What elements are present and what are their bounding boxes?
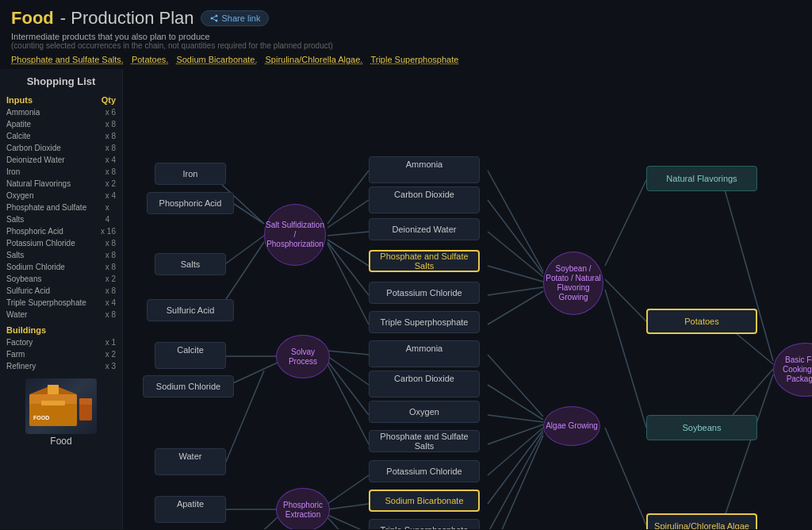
sodium-bicarbonate-node[interactable]: Sodium Bicarbonate [369,490,480,512]
shopping-input-row: Soybeansx 2 [6,273,116,285]
carbon-dioxide-2-node[interactable]: Carbon Dioxide [369,371,480,398]
salt-sulfidization-node[interactable]: Salt Sulfidization / Phosphorization [264,204,326,266]
sulfuric-acid-node[interactable]: Sulfuric Acid [147,299,234,321]
phosphate-sulfate-1-node[interactable]: Phosphate and Sulfate Salts [369,250,480,272]
calcite-node[interactable]: Calcite [155,342,226,369]
soybean-growing-node[interactable]: Soybean / Potato / Natural Flavoring Gro… [543,252,603,315]
building-qty: x 3 [105,360,116,372]
svg-line-53 [605,428,646,525]
salts-node[interactable]: Salts [155,253,226,275]
input-qty: x 6 [105,106,116,118]
building-name: Refinery [6,360,36,372]
input-qty: x 8 [105,285,116,297]
input-name: Iron [6,166,20,178]
svg-line-41 [488,291,543,325]
soybeans-node[interactable]: Soybeans [646,415,757,440]
input-qty: x 2 [105,273,116,285]
basic-food-node[interactable]: Basic Food Cooking and Packaging [773,343,812,397]
sidebar-item-label: Food [6,436,116,447]
triple-superphosphate-2-node[interactable]: Triple Superphosphate [369,519,480,529]
svg-line-34 [327,515,369,529]
input-qty: x 4 [105,202,116,225]
input-qty: x 8 [105,237,116,249]
phosphoric-acid-1-node[interactable]: Phosphoric Acid [147,192,234,214]
phosphoric-extraction-node[interactable]: Phosphoric Extraction [276,488,330,529]
solvay-process-node[interactable]: Solvay Process [276,335,330,378]
shopping-building-row: Farmx 2 [6,348,116,360]
svg-line-25 [327,240,369,266]
deionized-water-node[interactable]: Deionized Water [369,218,480,240]
input-name: Sulfuric Acid [6,285,50,297]
input-name: Carbon Dioxide [6,142,61,154]
svg-line-40 [488,287,543,295]
svg-line-30 [327,361,369,415]
input-qty: x 2 [105,178,116,190]
input-qty: x 4 [105,154,116,166]
page-title-food: Food [11,8,54,29]
svg-line-36 [488,171,543,271]
svg-rect-8 [48,385,59,394]
tag-item[interactable]: Potatoes. [132,55,168,64]
carbon-dioxide-1-node[interactable]: Carbon Dioxide [369,186,480,213]
svg-line-4 [212,18,216,21]
input-name: Deionized Water [6,154,65,166]
tag-item[interactable]: Sodium Bicarbonate. [176,55,257,64]
sodium-chloride-node[interactable]: Sodium Chloride [143,375,234,398]
svg-line-28 [327,351,369,355]
algae-growing-node[interactable]: Algae Growing [543,406,600,446]
input-name: Oxygen [6,190,33,202]
svg-line-44 [488,415,543,422]
item-image: FOOD [25,378,97,434]
header: Food - Production Plan Share link [0,0,812,32]
tag-item[interactable]: Triple Superphosphate [370,55,458,64]
potatoes-node[interactable]: Potatoes [646,309,757,334]
input-qty: x 8 [105,166,116,178]
shopping-buildings-list: Factoryx 1Farmx 2Refineryx 3 [6,336,116,372]
share-link-label: Share link [222,13,261,23]
svg-line-45 [488,424,543,444]
input-qty: x 8 [105,261,116,273]
svg-line-32 [327,475,369,504]
spirulina-node[interactable]: Spirulina/Chlorella Algae [646,513,757,529]
shopping-input-row: Deionized Waterx 4 [6,154,116,166]
shopping-input-row: Saltsx 8 [6,249,116,261]
natural-flavorings-node[interactable]: Natural Flavorings [646,166,757,191]
shopping-input-row: Ironx 8 [6,166,116,178]
tag-item[interactable]: Spirulina/Chlorella Algae. [266,55,363,64]
building-name: Farm [6,348,25,360]
potassium-chloride-2-node[interactable]: Potassium Chloride [369,460,480,482]
svg-text:FOOD: FOOD [33,415,49,421]
water-node[interactable]: Water [155,448,226,475]
phosphate-sulfate-2-node[interactable]: Phosphate and Sulfate Salts [369,430,480,452]
shopping-input-row: Apatitex 8 [6,118,116,130]
shopping-input-row: Carbon Dioxidex 8 [6,142,116,154]
input-name: Water [6,309,27,321]
tag-item[interactable]: Phosphate and Sulfate Salts. [11,55,124,64]
input-name: Sodium Chloride [6,261,65,273]
input-qty: x 8 [105,249,116,261]
svg-line-47 [488,430,543,504]
ammonia-1-node[interactable]: Ammonia [369,156,480,183]
svg-line-24 [327,232,369,236]
svg-line-3 [212,16,216,18]
triple-superphosphate-1-node[interactable]: Triple Superphosphate [369,311,480,333]
svg-line-27 [327,244,369,325]
shopping-input-row: Calcitex 8 [6,130,116,142]
main-content: Shopping List Inputs Qty Ammoniax 6Apati… [0,69,812,529]
oxygen-node[interactable]: Oxygen [369,401,480,423]
iron-node[interactable]: Iron [155,163,226,185]
svg-line-22 [327,171,369,224]
food-box-svg: FOOD [25,378,97,434]
shopping-input-row: Potassium Chloridex 8 [6,237,116,249]
page-title-rest: - Production Plan [60,8,194,29]
shopping-list-title: Shopping List [6,75,116,87]
ammonia-2-node[interactable]: Ammonia [369,340,480,367]
potassium-chloride-1-node[interactable]: Potassium Chloride [369,282,480,304]
share-link-button[interactable]: Share link [201,10,270,26]
shopping-input-row: Sodium Chloridex 8 [6,261,116,273]
apatite-node[interactable]: Apatite [155,496,226,523]
svg-rect-12 [79,398,92,405]
building-name: Factory [6,336,33,348]
svg-line-14 [234,204,264,224]
svg-line-52 [605,290,646,428]
